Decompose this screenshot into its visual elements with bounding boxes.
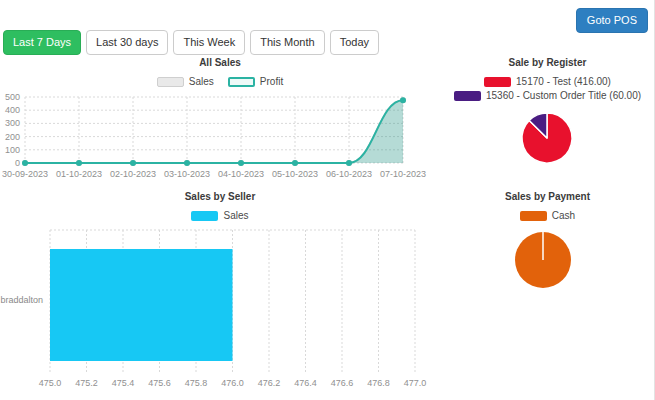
all-sales-title: All Sales [0,57,440,68]
axis-label: 01-10-2023 [56,169,102,179]
axis-label: 0 [15,158,20,168]
series-area-sales [25,100,403,163]
axis-label: 475.2 [75,378,98,388]
legend-label: Profit [260,76,283,87]
axis-label: 476.0 [221,378,244,388]
legend-swatch-icon [191,211,218,221]
legend-swatch-icon [454,91,481,101]
series-line-sales [25,100,403,163]
axis-label: 475.4 [112,378,135,388]
legend-label: Sales [223,210,248,221]
sales-by-seller-legend: Sales [0,210,440,221]
legend-label: 15170 - Test (416.00) [516,76,611,87]
goto-pos-button[interactable]: Goto POS [576,8,648,33]
legend-item: 15360 - Custom Order Title (60.00) [454,90,641,101]
bar-braddalton[interactable] [50,249,233,361]
axis-label: 476.4 [294,378,317,388]
axis-label: 200 [5,132,20,142]
data-point[interactable] [22,160,28,166]
series-area-profit [25,100,403,163]
axis-label: 500 [5,93,20,102]
data-point[interactable] [130,160,136,166]
filter-this-week-button[interactable]: This Week [173,30,245,55]
filter-this-month-button[interactable]: This Month [250,30,324,55]
axis-label: 06-10-2023 [326,169,372,179]
axis-label: 476.8 [367,378,390,388]
axis-label: 30-09-2023 [2,169,48,179]
axis-label: 02-10-2023 [110,169,156,179]
data-point[interactable] [346,160,352,166]
legend-label: Sales [189,76,214,87]
filter-last-30-days-button[interactable]: Last 30 days [86,30,168,55]
filter-today-button[interactable]: Today [330,30,379,55]
axis-label: 475.8 [185,378,208,388]
data-point[interactable] [292,160,298,166]
legend-item: Cash [520,210,575,221]
axis-label: 477.0 [404,378,427,388]
sales-by-seller-chart: 475.0475.2475.4475.6475.8476.0476.2476.4… [0,227,440,397]
axis-label: 400 [5,105,20,115]
sales-by-payment-title: Sales by Payment [440,191,655,202]
axis-label: braddalton [0,295,43,305]
legend-item: 15170 - Test (416.00) [484,76,611,87]
axis-label: 300 [5,118,20,128]
data-point[interactable] [238,160,244,166]
legend-item: Sales [191,210,248,221]
date-filter-group: Last 7 Days Last 30 days This Week This … [3,30,379,55]
sales-by-payment-legend: Cash [440,210,655,221]
sale-by-register-title: Sale by Register [440,57,655,68]
axis-label: 04-10-2023 [218,169,264,179]
legend-swatch-icon [157,77,184,87]
filter-last-7-days-button[interactable]: Last 7 Days [3,30,81,55]
sale-by-register-legend: 15170 - Test (416.00)15360 - Custom Orde… [440,76,655,101]
axis-label: 03-10-2023 [164,169,210,179]
data-point[interactable] [76,160,82,166]
series-line-profit [25,100,403,163]
sale-by-register-pie-chart [440,110,655,168]
all-sales-legend: SalesProfit [0,76,440,87]
axis-label: 100 [5,145,20,155]
axis-label: 476.2 [258,378,281,388]
all-sales-chart: 010020030040050030-09-202301-10-202302-1… [0,93,440,185]
axis-label: 475.6 [148,378,171,388]
legend-swatch-icon [228,77,255,87]
legend-swatch-icon [520,211,547,221]
legend-label: 15360 - Custom Order Title (60.00) [486,90,641,101]
axis-label: 05-10-2023 [272,169,318,179]
legend-label: Cash [552,210,575,221]
legend-item: Profit [228,76,283,87]
sales-by-payment-pie-chart [440,230,655,292]
data-point[interactable] [184,160,190,166]
axis-label: 476.6 [331,378,354,388]
legend-swatch-icon [484,77,511,87]
sales-by-seller-title: Sales by Seller [0,191,440,202]
data-point[interactable] [400,97,406,103]
axis-label: 07-10-2023 [380,169,426,179]
legend-item: Sales [157,76,214,87]
pos-dashboard: Last 7 Days Last 30 days This Week This … [0,0,655,400]
axis-label: 475.0 [39,378,62,388]
